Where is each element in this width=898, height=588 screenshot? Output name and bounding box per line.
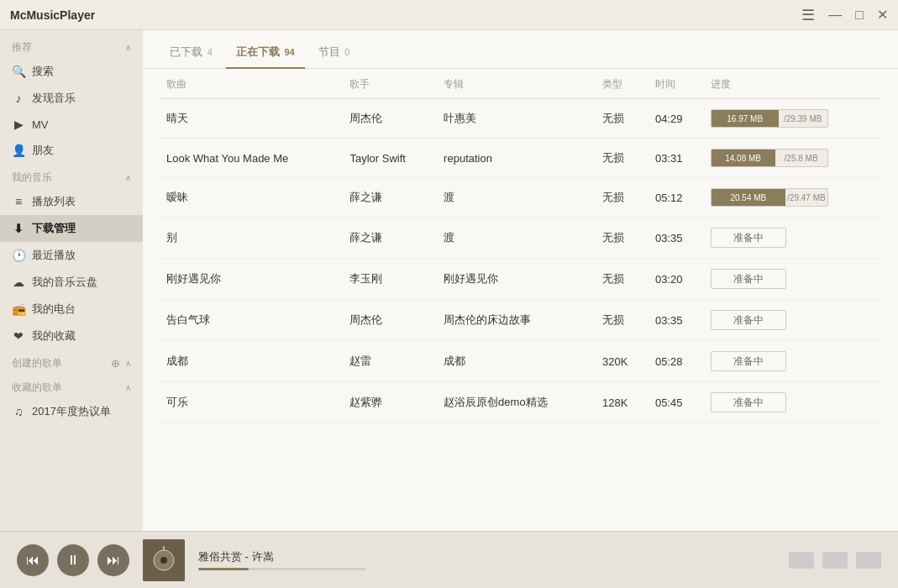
sidebar-item-recent[interactable]: 🕐 最近播放	[0, 242, 143, 269]
menu-icon[interactable]: ☰	[801, 6, 815, 24]
player-progress-bar[interactable]	[198, 568, 366, 570]
tab-downloaded-badge: 4	[207, 47, 213, 57]
cell-type: 无损	[596, 178, 649, 218]
sidebar-item-favorites[interactable]: ❤ 我的收藏	[0, 323, 143, 349]
cell-album: 赵浴辰原创demo精选	[437, 382, 596, 423]
main-layout: 推荐 ∧ 🔍 搜索 ♪ 发现音乐 ▶ MV 👤 朋友 我的音乐 ∧ ≡ 播放列表	[0, 30, 898, 531]
tab-downloading[interactable]: 正在下载 94	[226, 36, 305, 68]
table-header: 歌曲 歌手 专辑 类型 时间 进度	[160, 69, 881, 99]
cell-artist: 周杰伦	[343, 300, 437, 341]
cell-artist: 赵雷	[343, 341, 437, 382]
cell-artist: 赵紫骅	[343, 382, 437, 423]
table-row[interactable]: 可乐赵紫骅赵浴辰原创demo精选128K05:45准备中	[160, 382, 881, 423]
cell-album: reputation	[437, 139, 596, 178]
sidebar-section-mymusic: 我的音乐 ∧	[0, 164, 143, 188]
cell-song: 可乐	[160, 382, 343, 423]
cell-artist: 薛之谦	[343, 218, 437, 259]
sidebar-item-mv[interactable]: ▶ MV	[0, 112, 143, 137]
player-extra-btn-1[interactable]	[789, 552, 814, 569]
cell-duration: 03:35	[649, 218, 704, 259]
cell-progress: 20.54 MB/29.47 MB	[704, 178, 881, 218]
cell-type: 320K	[596, 341, 649, 382]
sidebar: 推荐 ∧ 🔍 搜索 ♪ 发现音乐 ▶ MV 👤 朋友 我的音乐 ∧ ≡ 播放列表	[0, 30, 143, 531]
cell-album: 渡	[437, 218, 596, 259]
cell-progress: 准备中	[704, 259, 881, 300]
chevron-mymusic[interactable]: ∧	[125, 173, 131, 182]
cell-artist: Taylor Swift	[343, 139, 437, 178]
minimize-button[interactable]: —	[828, 8, 842, 23]
col-progress: 进度	[704, 69, 881, 99]
table-row[interactable]: 晴天周杰伦叶惠美无损04:2916.97 MB/29.39 MB	[160, 99, 881, 139]
playlist-note-icon: ♫	[12, 405, 25, 418]
add-playlist-button[interactable]: ⊕	[111, 357, 120, 370]
sidebar-item-search[interactable]: 🔍 搜索	[0, 58, 143, 85]
cell-artist: 薛之谦	[343, 178, 437, 218]
cell-type: 128K	[596, 382, 649, 423]
table-row[interactable]: Look What You Made MeTaylor Swiftreputat…	[160, 139, 881, 178]
cell-artist: 李玉刚	[343, 259, 437, 300]
player-right-controls	[789, 552, 881, 569]
next-button[interactable]: ⏭	[97, 544, 129, 576]
sidebar-item-cloud[interactable]: ☁ 我的音乐云盘	[0, 269, 143, 296]
tab-playlist-label: 节目	[318, 45, 340, 58]
tab-playlist[interactable]: 节目 0	[308, 36, 360, 68]
cell-song: 告白气球	[160, 300, 343, 341]
pause-button[interactable]: ⏸	[57, 544, 89, 576]
sidebar-item-label-mv: MV	[32, 118, 49, 131]
table-row[interactable]: 刚好遇见你李玉刚刚好遇见你无损03:20准备中	[160, 259, 881, 300]
app-title: McMusicPlayer	[10, 8, 95, 22]
sidebar-item-label-cloud: 我的音乐云盘	[32, 275, 97, 290]
section-title-collected: 收藏的歌单	[12, 381, 62, 395]
cell-type: 无损	[596, 99, 649, 139]
status-ready: 准备中	[711, 269, 786, 289]
search-icon: 🔍	[12, 65, 25, 78]
sidebar-item-label-download: 下载管理	[32, 221, 76, 236]
chevron-created[interactable]: ∧	[125, 359, 131, 368]
heart-icon: ❤	[12, 329, 25, 343]
prev-button[interactable]: ⏮	[17, 544, 49, 576]
cell-song: 晴天	[160, 99, 343, 139]
cell-progress: 16.97 MB/29.39 MB	[704, 99, 881, 139]
section-title-created: 创建的歌单	[12, 356, 62, 370]
progress-total: /29.47 MB	[785, 193, 827, 202]
cell-album: 刚好遇见你	[437, 259, 596, 300]
album-art	[143, 539, 185, 581]
maximize-button[interactable]: □	[855, 8, 864, 23]
sidebar-item-download[interactable]: ⬇ 下载管理	[0, 215, 143, 242]
cell-duration: 03:20	[649, 259, 704, 300]
table-row[interactable]: 别薛之谦渡无损03:35准备中	[160, 218, 881, 259]
table-row[interactable]: 成都赵雷成都320K05:28准备中	[160, 341, 881, 382]
cell-album: 渡	[437, 178, 596, 218]
status-ready: 准备中	[711, 310, 786, 330]
sidebar-item-label-playlist: 播放列表	[32, 194, 76, 209]
col-song: 歌曲	[160, 69, 343, 99]
svg-point-2	[160, 557, 167, 564]
sidebar-item-radio[interactable]: 📻 我的电台	[0, 296, 143, 323]
sidebar-item-discover[interactable]: ♪ 发现音乐	[0, 85, 143, 112]
music-note-icon: ♪	[12, 92, 25, 105]
sidebar-item-friends[interactable]: 👤 朋友	[0, 137, 143, 164]
col-type: 类型	[596, 69, 649, 99]
cell-song: 刚好遇见你	[160, 259, 343, 300]
mv-icon: ▶	[12, 118, 25, 131]
chevron-collected[interactable]: ∧	[125, 383, 131, 392]
table-row[interactable]: 暧昧薛之谦渡无损05:1220.54 MB/29.47 MB	[160, 178, 881, 218]
player-extra-btn-3[interactable]	[856, 552, 881, 569]
progress-fill: 16.97 MB	[712, 110, 779, 127]
table-row[interactable]: 告白气球周杰伦周杰伦的床边故事无损03:35准备中	[160, 300, 881, 341]
download-icon: ⬇	[12, 222, 25, 235]
radio-icon: 📻	[12, 302, 25, 316]
cell-album: 周杰伦的床边故事	[437, 300, 596, 341]
clock-icon: 🕐	[12, 249, 25, 262]
tab-playlist-badge: 0	[344, 47, 349, 57]
tab-downloaded[interactable]: 已下载 4	[160, 36, 223, 68]
sidebar-item-playlist-2017[interactable]: ♫ 2017年度热议单	[0, 398, 143, 425]
player-extra-btn-2[interactable]	[822, 552, 848, 569]
sidebar-item-label-radio: 我的电台	[32, 302, 76, 317]
sidebar-item-playlist[interactable]: ≡ 播放列表	[0, 188, 143, 215]
close-button[interactable]: ✕	[877, 7, 888, 23]
cell-progress: 准备中	[704, 218, 881, 259]
progress-fill: 20.54 MB	[712, 189, 785, 206]
chevron-recommend[interactable]: ∧	[125, 43, 131, 52]
tab-downloading-label: 正在下载	[236, 45, 280, 58]
